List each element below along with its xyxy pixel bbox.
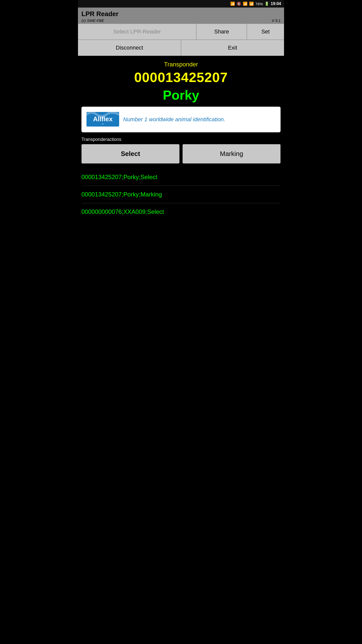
log-entry: 000013425207;Porky;Marking xyxy=(81,186,281,203)
log-section: 000013425207;Porky;Select 000013425207;P… xyxy=(78,169,284,220)
allflex-logo: Allflex ® xyxy=(86,111,119,128)
transponder-id: 000013425207 xyxy=(81,69,281,85)
disconnect-button[interactable]: Disconnect xyxy=(78,40,181,56)
wifi-icon: 📶 xyxy=(243,2,248,6)
clock: 19:04 xyxy=(271,2,281,6)
transponder-actions-label: Transponderactions xyxy=(81,137,281,142)
svg-text:®: ® xyxy=(102,123,104,125)
main-content: Transponder 000013425207 Porky Allflex ®… xyxy=(78,56,284,164)
share-button[interactable]: Share xyxy=(196,24,247,40)
app-copyright: (c) SWE-FBE xyxy=(81,18,104,23)
svg-text:Allflex: Allflex xyxy=(93,115,113,123)
animal-name: Porky xyxy=(81,88,281,103)
log-entry: 000013425207;Porky;Select xyxy=(81,169,281,186)
app-version: V 5.1 xyxy=(272,18,281,23)
allflex-tagline: Number 1 worldwide animal identification… xyxy=(123,116,225,123)
select-action-button[interactable]: Select xyxy=(81,144,179,164)
allflex-banner: Allflex ® Number 1 worldwide animal iden… xyxy=(81,107,281,132)
status-bar: 📶 🔇 📶 📶 76% 🔋 19:04 xyxy=(78,0,284,8)
app-header: LPR Reader (c) SWE-FBE V 5.1 xyxy=(78,8,284,24)
log-entry: 000000000076;XXA009;Select xyxy=(81,203,281,220)
mute-icon: 🔇 xyxy=(237,2,241,6)
exit-button[interactable]: Exit xyxy=(181,40,284,56)
action-btn-row: Select Marking xyxy=(81,144,281,164)
signal-icon: 📶 xyxy=(249,2,254,6)
set-button[interactable]: Set xyxy=(247,24,284,40)
toolbar-row-1: Select LPR-Reader Share Set xyxy=(78,24,284,40)
transponder-label: Transponder xyxy=(81,61,281,68)
battery-icon: 🔋 xyxy=(264,2,269,6)
battery-percent: 76% xyxy=(255,2,263,6)
toolbar-row-2: Disconnect Exit xyxy=(78,40,284,56)
marking-action-button[interactable]: Marking xyxy=(183,144,281,164)
select-lpr-button[interactable]: Select LPR-Reader xyxy=(78,24,196,40)
app-title: LPR Reader xyxy=(81,10,281,18)
bluetooth-icon: 📶 xyxy=(230,2,235,6)
